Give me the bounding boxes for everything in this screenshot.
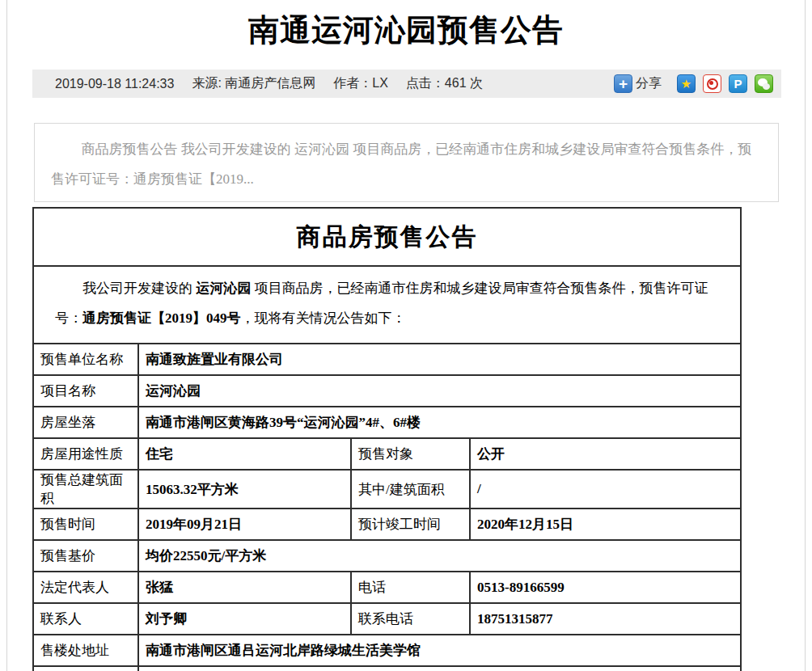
table-row: 房屋坐落 南通市港闸区黄海路39号“运河沁园”4#、6#楼	[33, 407, 741, 438]
field-label: 预售总建筑面积	[33, 470, 138, 509]
field-label: 备注	[33, 666, 138, 671]
field-value: 南通致旌置业有限公司	[138, 344, 741, 375]
publish-datetime: 2019-09-18 11:24:33	[55, 77, 174, 91]
intro-permit-number: 通房预售证【2019】049号	[82, 310, 241, 326]
intro-segment: ，现将有关情况公告如下：	[241, 310, 406, 326]
table-row: 预售单位名称 南通致旌置业有限公司	[33, 344, 741, 375]
table-row: 预售总建筑面积 15063.32平方米 其中/建筑面积 /	[33, 470, 741, 509]
field-label: 预售时间	[33, 509, 138, 540]
table-row: 预售基价 均价22550元/平方米	[33, 540, 741, 572]
intro-project-name: 运河沁园	[196, 281, 251, 296]
field-value: 张猛	[138, 572, 351, 603]
presale-notice-table: 商品房预售公告 我公司开发建设的 运河沁园 项目商品房，已经南通市住房和城乡建设…	[32, 207, 742, 671]
meta-hits: 点击：461 次	[406, 75, 483, 92]
weibo-eye-icon	[707, 78, 718, 90]
table-row: 售楼处地址 南通市港闸区通吕运河北岸路绿城生活美学馆	[33, 635, 741, 666]
field-value: 2020年12月15日	[470, 509, 741, 540]
table-row: 联系人 刘予卿 联系电话 18751315877	[33, 603, 741, 635]
field-label: 预售基价	[33, 540, 138, 572]
notice-intro-text: 我公司开发建设的 运河沁园 项目商品房，已经南通市住房和城乡建设局审查符合预售条…	[55, 273, 719, 333]
notice-intro-cell: 我公司开发建设的 运河沁园 项目商品房，已经南通市住房和城乡建设局审查符合预售条…	[33, 266, 741, 344]
table-row: 法定代表人 张猛 电话 0513-89166599	[33, 572, 741, 603]
field-value: /	[470, 470, 741, 509]
pengyou-share-icon[interactable]: P	[729, 74, 747, 93]
field-value: 2019年09月21日	[138, 509, 351, 540]
field-value: 刘予卿	[138, 603, 351, 635]
field-label: 预售单位名称	[33, 344, 138, 375]
field-value: 0513-89166599	[470, 572, 741, 603]
meta-author: 作者：LX	[333, 75, 388, 92]
table-row: 预售时间 2019年09月21日 预计竣工时间 2020年12月15日	[33, 509, 741, 540]
meta-bar: 2019-09-18 11:24:33 来源: 南通房产信息网 作者：LX 点击…	[32, 70, 781, 98]
field-label: 法定代表人	[33, 572, 138, 603]
field-label: 预计竣工时间	[351, 509, 470, 540]
page-container: 南通运河沁园预售公告 2019-09-18 11:24:33 来源: 南通房产信…	[6, 0, 806, 671]
field-value: 南通市港闸区黄海路39号“运河沁园”4#、6#楼	[138, 407, 741, 438]
table-row: 备注 本项目有土地抵押。本公司承诺，在办理不动产首次登记之前注销抵押。	[33, 666, 741, 671]
table-row: 项目名称 运河沁园	[33, 375, 741, 407]
field-label: 预售对象	[351, 438, 470, 470]
table-intro-row: 我公司开发建设的 运河沁园 项目商品房，已经南通市住房和城乡建设局审查符合预售条…	[33, 266, 741, 344]
field-label: 其中/建筑面积	[351, 470, 470, 509]
qzone-share-icon[interactable]: ★	[677, 74, 696, 93]
table-row: 房屋用途性质 住宅 预售对象 公开	[33, 438, 741, 470]
weibo-share-icon[interactable]	[703, 74, 721, 93]
field-value: 均价22550元/平方米	[138, 540, 741, 572]
field-value: 运河沁园	[138, 375, 741, 407]
intro-segment: 我公司开发建设的	[82, 281, 196, 296]
notice-title: 商品房预售公告	[33, 208, 741, 266]
field-value: 15063.32平方米	[138, 470, 351, 509]
field-value: 18751315877	[470, 603, 741, 635]
field-label: 电话	[351, 572, 470, 603]
share-label[interactable]: 分享	[636, 75, 662, 92]
field-label: 联系人	[33, 603, 138, 635]
field-label: 房屋坐落	[33, 407, 138, 438]
field-value: 南通市港闸区通吕运河北岸路绿城生活美学馆	[138, 635, 741, 666]
field-value: 住宅	[138, 438, 351, 470]
article-summary: 商品房预售公告 我公司开发建设的 运河沁园 项目商品房，已经南通市住房和城乡建设…	[34, 123, 779, 202]
field-label: 项目名称	[33, 375, 138, 407]
field-value: 公开	[470, 438, 741, 470]
field-value: 本项目有土地抵押。本公司承诺，在办理不动产首次登记之前注销抵押。	[138, 666, 741, 671]
share-plus-icon[interactable]: +	[614, 74, 632, 93]
field-label: 房屋用途性质	[33, 438, 138, 470]
wechat-share-icon[interactable]	[755, 74, 773, 93]
field-label: 售楼处地址	[33, 635, 138, 666]
share-toolbar: + 分享 ★ P	[614, 74, 781, 93]
page-title: 南通运河沁园预售公告	[7, 6, 805, 53]
table-title-row: 商品房预售公告	[33, 208, 741, 266]
field-label: 联系电话	[351, 603, 470, 635]
meta-source: 来源: 南通房产信息网	[192, 75, 315, 92]
